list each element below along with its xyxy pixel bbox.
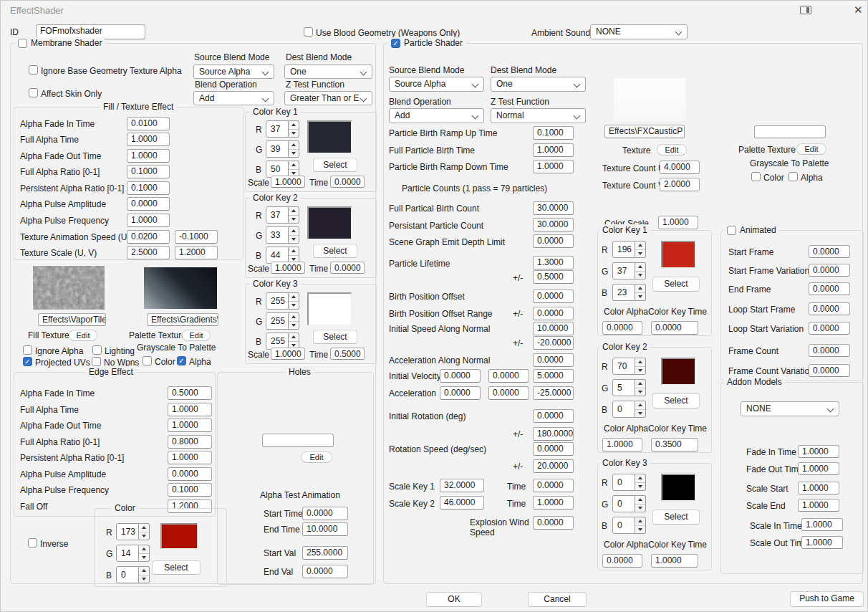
palette-texture-path-field[interactable]: Effects\Gradients\( xyxy=(147,313,218,326)
value-field[interactable]: 1.0000 xyxy=(168,451,212,464)
green-spinner[interactable]: 0 xyxy=(612,495,646,512)
value-field[interactable]: 0.0000 xyxy=(302,507,348,520)
value-field[interactable]: 1.0000 xyxy=(271,262,305,274)
blue-spinner[interactable]: 0 xyxy=(612,517,646,534)
value-field[interactable]: 1.0000 xyxy=(798,445,839,458)
value-field[interactable]: 0.0200 xyxy=(127,230,170,244)
value-field[interactable]: 0.1000 xyxy=(127,165,170,178)
value-field[interactable]: 0.5000 xyxy=(330,348,365,360)
value-field[interactable]: 20.0000 xyxy=(533,459,574,473)
no-wpns-checkbox[interactable] xyxy=(92,357,101,366)
membrane-dest-blend-mode-select[interactable]: One xyxy=(284,64,372,79)
value-field[interactable]: 0.0000 xyxy=(651,321,698,335)
red-spinner[interactable]: 70 xyxy=(612,358,646,375)
spin-down-button[interactable] xyxy=(289,322,299,330)
grayscale-alpha-checkbox[interactable]: ✓ xyxy=(177,356,186,365)
push-to-game-button[interactable]: Push to Game xyxy=(790,591,864,607)
green-spinner[interactable]: 255 xyxy=(266,312,299,330)
fill-texture-path-field[interactable]: Effects\VaporTile0: xyxy=(38,313,106,326)
spin-down-button[interactable] xyxy=(289,236,299,244)
blue-spinner[interactable]: 23 xyxy=(612,284,646,301)
spin-up-button[interactable] xyxy=(635,474,645,483)
value-field[interactable]: 0.0000 xyxy=(533,290,574,303)
value-field[interactable]: -20.0000 xyxy=(533,336,574,350)
value-field[interactable]: 1.0000 xyxy=(127,149,170,163)
use-blood-geometry-checkbox[interactable] xyxy=(304,27,313,37)
value-field[interactable]: 1.0000 xyxy=(127,214,170,227)
spin-up-button[interactable] xyxy=(289,161,299,170)
value-field[interactable]: 0.3500 xyxy=(651,438,698,451)
value-field[interactable]: 0.0000 xyxy=(533,353,574,367)
spin-down-button[interactable] xyxy=(635,505,645,512)
affect-skin-only-checkbox[interactable] xyxy=(29,88,38,97)
spin-up-button[interactable] xyxy=(139,524,149,532)
red-spinner[interactable]: 173 xyxy=(116,523,150,540)
select-button[interactable]: Select xyxy=(652,277,700,292)
value-field[interactable]: 4.0000 xyxy=(660,161,700,174)
close-icon[interactable]: ✕ xyxy=(854,4,863,16)
value-field[interactable]: 1.0000 xyxy=(127,133,170,146)
value-field[interactable]: 1.0000 xyxy=(271,348,305,360)
edit-button[interactable]: Edit xyxy=(657,144,687,156)
ok-button[interactable]: OK xyxy=(426,592,482,607)
value-field[interactable]: 1.0000 xyxy=(533,160,574,173)
value-field[interactable]: 2.5000 xyxy=(127,246,170,259)
value-field[interactable]: 46.0000 xyxy=(440,496,484,510)
spin-down-button[interactable] xyxy=(635,367,645,375)
spin-down-button[interactable] xyxy=(139,575,149,583)
ignore-alpha-checkbox[interactable] xyxy=(23,345,32,355)
value-field[interactable]: 0.1000 xyxy=(533,126,574,140)
value-field[interactable]: 1.0000 xyxy=(651,554,698,568)
value-field[interactable]: 0.0000 xyxy=(809,264,850,277)
value-field[interactable]: 1.0000 xyxy=(798,462,839,475)
value-field[interactable]: 0.0000 xyxy=(533,409,574,423)
value-field[interactable]: 0.1000 xyxy=(168,483,212,497)
spin-up-button[interactable] xyxy=(635,263,645,272)
spin-up-button[interactable] xyxy=(139,545,149,554)
membrane-z-test-function-select[interactable]: Greater Than or Equa xyxy=(284,91,372,105)
value-field[interactable]: 0.0000 xyxy=(602,554,642,568)
spin-up-button[interactable] xyxy=(635,496,645,505)
green-spinner[interactable]: 14 xyxy=(116,545,150,562)
spin-up-button[interactable] xyxy=(289,141,299,150)
value-field[interactable]: 0.0000 xyxy=(533,234,574,248)
value-field[interactable]: 10.0000 xyxy=(302,522,348,536)
spin-down-button[interactable] xyxy=(289,302,299,310)
value-field[interactable]: 1.0000 xyxy=(271,176,305,188)
value-field[interactable]: 0.0000 xyxy=(533,307,574,320)
value-field[interactable]: 0.0000 xyxy=(330,176,365,188)
particle-texture-path-field[interactable]: Effects\FXCausticP xyxy=(604,125,685,138)
value-field[interactable]: 0.0000 xyxy=(302,565,348,578)
green-spinner[interactable]: 33 xyxy=(266,226,299,244)
blue-spinner[interactable]: 0 xyxy=(116,566,150,583)
spin-up-button[interactable] xyxy=(635,380,645,388)
value-field[interactable]: 0.0000 xyxy=(533,479,574,492)
particle-shader-checkbox[interactable]: ✓ xyxy=(391,39,400,48)
value-field[interactable]: 180.0000 xyxy=(533,427,574,441)
green-spinner[interactable]: 39 xyxy=(266,140,299,158)
value-field[interactable]: 0.5000 xyxy=(533,270,574,284)
membrane-blend-operation-select[interactable]: Add xyxy=(193,91,274,105)
value-field[interactable]: 32.0000 xyxy=(440,479,484,492)
value-field[interactable]: 1.0000 xyxy=(798,499,839,512)
value-field[interactable]: 0.0000 xyxy=(533,442,574,456)
red-spinner[interactable]: 0 xyxy=(612,474,646,491)
value-field[interactable]: 0.0000 xyxy=(809,322,850,335)
animated-checkbox[interactable] xyxy=(727,226,736,235)
membrane-source-blend-mode-select[interactable]: Source Alpha xyxy=(193,64,274,79)
spin-up-button[interactable] xyxy=(289,247,299,256)
spin-down-button[interactable] xyxy=(635,526,645,534)
ignore-base-geometry-checkbox[interactable] xyxy=(29,65,38,75)
select-button[interactable]: Select xyxy=(313,244,357,258)
projected-uvs-checkbox[interactable]: ✓ xyxy=(23,357,32,366)
ambient-sound-select[interactable]: NONE xyxy=(590,24,688,39)
spin-down-button[interactable] xyxy=(635,250,645,258)
select-button[interactable]: Select xyxy=(313,158,357,172)
value-field[interactable]: 0.0000 xyxy=(809,302,850,315)
palette-color-checkbox[interactable] xyxy=(751,172,761,181)
value-field[interactable]: 1.0000 xyxy=(801,536,843,549)
value-field[interactable]: 0.0000 xyxy=(809,282,850,295)
value-field[interactable]: 0.0000 xyxy=(168,467,212,481)
red-spinner[interactable]: 37 xyxy=(266,120,299,138)
value-field[interactable]: 0.0000 xyxy=(127,197,170,211)
